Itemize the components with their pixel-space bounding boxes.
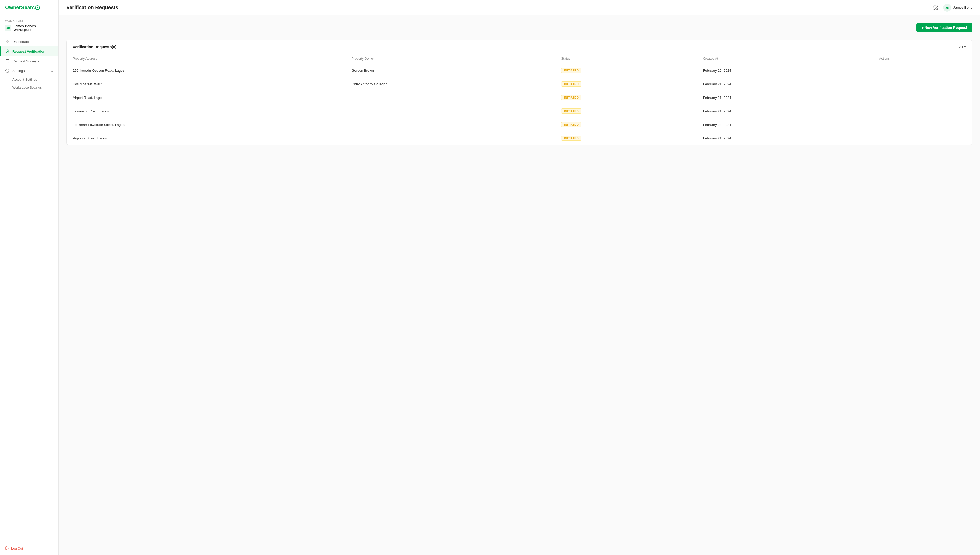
header: Verification Requests JB James Bond — [59, 0, 980, 15]
cell-created-at-2: February 21, 2024 — [697, 91, 873, 104]
logout-button[interactable]: Log Out — [5, 546, 53, 551]
user-name: James Bond — [953, 6, 972, 10]
cell-actions-3 — [873, 104, 972, 118]
content-page-header: Verification Requests + New Verification… — [66, 23, 972, 32]
status-badge-4: INITIATED — [561, 122, 581, 127]
sidebar-item-request-verification[interactable]: Request Verification — [0, 47, 58, 56]
cell-created-at-1: February 21, 2024 — [697, 77, 873, 91]
logo-icon — [35, 5, 40, 10]
cell-created-at-0: February 20, 2024 — [697, 64, 873, 77]
cell-actions-2 — [873, 91, 972, 104]
sidebar-item-account-settings[interactable]: Account Settings — [0, 75, 58, 83]
cell-address-1: Kosini Street, Warri — [67, 77, 346, 91]
workspace-name: JB James Bond's Workspace — [5, 24, 53, 32]
workspace-settings-label: Workspace Settings — [12, 85, 42, 89]
cell-owner-3 — [346, 104, 555, 118]
user-avatar: JB — [943, 3, 951, 12]
content-area: Verification Requests + New Verification… — [59, 15, 980, 555]
account-settings-label: Account Settings — [12, 78, 37, 82]
table-row: 256 Ikorodu-Ososun Road, Lagos Gordon Br… — [67, 64, 972, 77]
status-badge-3: INITIATED — [561, 109, 581, 114]
sidebar-item-label-dashboard: Dashboard — [12, 40, 29, 44]
cell-owner-4 — [346, 118, 555, 132]
status-badge-0: INITIATED — [561, 68, 581, 73]
col-property-owner: Property Owner — [346, 54, 555, 64]
sidebar-item-workspace-settings[interactable]: Workspace Settings — [0, 83, 58, 91]
filter-label: All — [959, 45, 963, 49]
nav-section: Dashboard Request Verification Request S… — [0, 34, 58, 542]
svg-point-8 — [7, 70, 8, 71]
svg-rect-1 — [8, 40, 9, 41]
table-row: Popoola Street, Lagos INITIATED February… — [67, 132, 972, 145]
table-row: Lawanson Road, Lagos INITIATED February … — [67, 104, 972, 118]
filter-dropdown[interactable]: All ▾ — [959, 45, 966, 49]
sidebar-item-label-request-verification: Request Verification — [12, 50, 45, 53]
verification-requests-table-card: Verification Requests(8) All ▾ Property … — [66, 40, 972, 145]
cell-actions-1 — [873, 77, 972, 91]
main-content: Verification Requests JB James Bond Veri… — [59, 0, 980, 555]
cell-actions-4 — [873, 118, 972, 132]
logout-icon — [5, 546, 9, 551]
workspace-avatar: JB — [5, 24, 11, 31]
grid-icon — [5, 39, 10, 44]
cell-address-5: Popoola Street, Lagos — [67, 132, 346, 145]
cell-status-3: INITIATED — [555, 104, 697, 118]
cell-status-2: INITIATED — [555, 91, 697, 104]
settings-gear-icon[interactable] — [933, 5, 938, 10]
cell-created-at-4: February 23, 2024 — [697, 118, 873, 132]
cell-owner-2 — [346, 91, 555, 104]
status-badge-2: INITIATED — [561, 95, 581, 100]
cell-address-3: Lawanson Road, Lagos — [67, 104, 346, 118]
svg-rect-2 — [6, 42, 7, 43]
col-created-at: Created At — [697, 54, 873, 64]
status-badge-5: INITIATED — [561, 136, 581, 141]
user-badge[interactable]: JB James Bond — [943, 3, 972, 12]
calendar-icon — [5, 59, 10, 63]
shield-check-icon — [5, 49, 10, 54]
new-verification-request-button[interactable]: + New Verification Request — [916, 23, 972, 32]
table-row: Lookman Fowotade Street, Lagos INITIATED… — [67, 118, 972, 132]
svg-rect-0 — [6, 40, 7, 41]
sidebar-item-dashboard[interactable]: Dashboard — [0, 37, 58, 47]
sidebar: OwnerSearc Workspace JB James Bond's Wor… — [0, 0, 59, 555]
cell-actions-0 — [873, 64, 972, 77]
cell-owner-0: Gordon Brown — [346, 64, 555, 77]
status-badge-1: INITIATED — [561, 82, 581, 87]
table-header-row: Property Address Property Owner Status C… — [67, 54, 972, 64]
svg-point-10 — [935, 7, 936, 8]
col-status: Status — [555, 54, 697, 64]
workspace-title: James Bond's Workspace — [13, 24, 53, 32]
verification-requests-table: Property Address Property Owner Status C… — [67, 54, 972, 145]
table-card-header: Verification Requests(8) All ▾ — [67, 40, 972, 54]
cell-status-1: INITIATED — [555, 77, 697, 91]
cell-address-0: 256 Ikorodu-Ososun Road, Lagos — [67, 64, 346, 77]
logout-label: Log Out — [11, 547, 23, 550]
sidebar-item-label-settings: Settings — [12, 69, 25, 73]
workspace-label: Workspace — [5, 19, 53, 22]
table-row: Kosini Street, Warri Chief Anthony Oruag… — [67, 77, 972, 91]
sidebar-item-request-surveyor[interactable]: Request Surveyor — [0, 56, 58, 66]
cell-owner-5 — [346, 132, 555, 145]
svg-rect-3 — [8, 42, 9, 43]
sidebar-footer: Log Out — [0, 542, 58, 555]
cell-status-0: INITIATED — [555, 64, 697, 77]
cell-actions-5 — [873, 132, 972, 145]
logo-text-part1: Owner — [5, 5, 21, 10]
cell-created-at-5: February 21, 2024 — [697, 132, 873, 145]
cell-status-4: INITIATED — [555, 118, 697, 132]
cell-created-at-3: February 21, 2024 — [697, 104, 873, 118]
workspace-section: Workspace JB James Bond's Workspace — [0, 15, 58, 34]
chevron-up-icon: ▲ — [51, 69, 53, 72]
col-property-address: Property Address — [67, 54, 346, 64]
table-row: Airport Road, Lagos INITIATED February 2… — [67, 91, 972, 104]
chevron-down-icon: ▾ — [964, 45, 966, 49]
table-body: 256 Ikorodu-Ososun Road, Lagos Gordon Br… — [67, 64, 972, 145]
header-right: JB James Bond — [933, 3, 972, 12]
sidebar-item-settings[interactable]: Settings ▲ — [0, 66, 58, 75]
settings-children: Account Settings Workspace Settings — [0, 75, 58, 91]
logo: OwnerSearc — [0, 0, 58, 15]
table-card-title: Verification Requests(8) — [73, 45, 116, 49]
page-title: Verification Requests — [66, 5, 118, 10]
sidebar-item-label-request-surveyor: Request Surveyor — [12, 59, 40, 63]
svg-rect-4 — [6, 60, 9, 63]
